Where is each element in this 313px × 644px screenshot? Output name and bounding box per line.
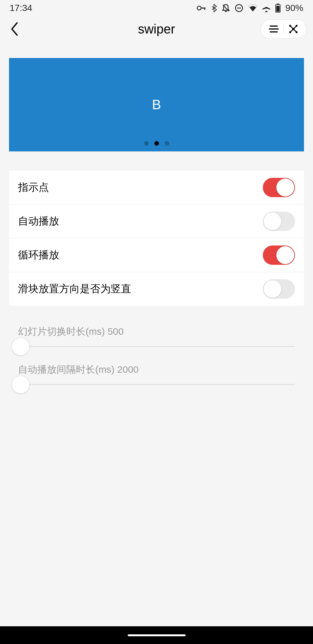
- toggle-loop[interactable]: [263, 245, 295, 265]
- slider-group-duration: 幻灯片切换时长(ms) 500: [18, 325, 295, 347]
- battery-icon: [275, 4, 281, 13]
- swiper-dot[interactable]: [144, 141, 149, 146]
- slider-label: 自动播放间隔时长(ms) 2000: [18, 363, 295, 376]
- toggle-autoplay[interactable]: [263, 212, 295, 231]
- setting-row-loop: 循环播放: [9, 238, 304, 272]
- setting-label: 循环播放: [18, 248, 59, 262]
- toggle-knob: [263, 280, 281, 298]
- battery-percent: 90%: [285, 3, 303, 13]
- slider-knob[interactable]: [12, 376, 30, 394]
- setting-label: 指示点: [18, 180, 49, 195]
- slider-label: 幻灯片切换时长(ms) 500: [18, 325, 295, 338]
- swiper-current-slide: B: [152, 97, 161, 112]
- menu-button[interactable]: [264, 21, 283, 37]
- setting-label: 滑块放置方向是否为竖直: [18, 282, 131, 296]
- setting-row-autoplay: 自动播放: [9, 205, 304, 238]
- slider-duration[interactable]: [21, 346, 295, 347]
- close-button[interactable]: [284, 21, 303, 37]
- notification-off-icon: [222, 4, 230, 13]
- back-button[interactable]: [6, 21, 23, 37]
- close-icon: [289, 24, 298, 34]
- svg-point-0: [197, 6, 201, 10]
- slider-knob[interactable]: [12, 338, 30, 356]
- status-time: 17:34: [10, 3, 32, 13]
- toggle-knob: [276, 246, 294, 264]
- setting-row-indicator-dots: 指示点: [9, 171, 304, 205]
- toggle-indicator-dots[interactable]: [263, 178, 295, 197]
- swiper-dot[interactable]: [154, 141, 159, 146]
- swiper-panel[interactable]: B: [9, 58, 304, 151]
- app-header: swiper: [0, 16, 313, 42]
- toggle-vertical[interactable]: [263, 279, 295, 299]
- chevron-left-icon: [10, 22, 19, 36]
- status-bar: 17:34 90%: [0, 0, 313, 16]
- slider-interval[interactable]: [21, 384, 295, 385]
- page-title: swiper: [138, 22, 175, 36]
- vpn-key-icon: [197, 5, 206, 12]
- toggle-knob: [263, 212, 281, 230]
- toggle-knob: [276, 178, 294, 197]
- status-icons: 90%: [197, 3, 303, 13]
- header-capsule: [261, 19, 307, 39]
- setting-row-vertical: 滑块放置方向是否为竖直: [9, 272, 304, 306]
- do-not-disturb-icon: [235, 4, 244, 13]
- system-nav-bar: [0, 626, 313, 644]
- swiper-dot[interactable]: [165, 141, 169, 146]
- home-indicator[interactable]: [128, 634, 186, 636]
- svg-rect-8: [276, 6, 280, 12]
- slider-section: 幻灯片切换时长(ms) 500 自动播放间隔时长(ms) 2000: [9, 325, 304, 385]
- bluetooth-icon: [211, 4, 217, 13]
- setting-label: 自动播放: [18, 214, 59, 228]
- wifi-icon: [248, 4, 258, 12]
- settings-card: 指示点 自动播放 循环播放 滑块放置方向是否为竖直: [9, 171, 304, 306]
- airplane-icon: [262, 4, 271, 13]
- slider-group-interval: 自动播放间隔时长(ms) 2000: [18, 363, 295, 385]
- menu-icon: [269, 25, 279, 33]
- svg-rect-2: [204, 8, 205, 10]
- swiper-indicator-dots: [144, 141, 169, 146]
